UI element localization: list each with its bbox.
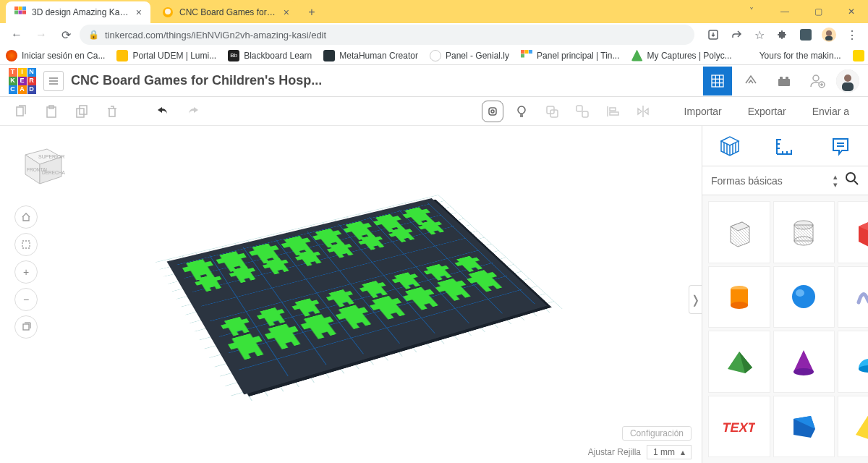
shape-box[interactable] (708, 201, 770, 263)
duplicate-button[interactable] (69, 99, 94, 124)
svg-line-74 (854, 181, 858, 184)
svg-rect-16 (521, 54, 524, 57)
import-button[interactable]: Importar (674, 99, 732, 124)
svg-point-88 (792, 285, 815, 308)
tab-title: CNC Board Games for Children's (179, 7, 278, 17)
shape-text[interactable]: TEXT (708, 396, 770, 458)
board-object[interactable] (167, 198, 547, 394)
svg-rect-20 (712, 75, 723, 87)
bookmark-item[interactable]: Portal UDEM | Lumi... (116, 50, 216, 61)
close-icon[interactable]: ✕ (835, 0, 868, 23)
svg-rect-12 (825, 36, 833, 41)
bookmark-item[interactable]: Yours for the makin... (744, 50, 841, 61)
svg-rect-1 (19, 7, 22, 10)
browser-chrome: 3D design Amazing Kasi | Tinkerc × CNC B… (0, 0, 868, 65)
copy-button[interactable] (9, 99, 33, 124)
grid-label: Ajustar Rejilla (588, 447, 641, 457)
svg-point-28 (813, 75, 819, 81)
shape-box-red[interactable] (838, 201, 868, 263)
shape-sphere[interactable] (773, 266, 835, 328)
bookmark-item[interactable]: Iniciar sesión en Ca... (6, 50, 105, 61)
canvas-3d[interactable]: SUPERIOR FRONTAL DERECHA + − (0, 126, 702, 463)
collapse-panel-button[interactable]: ❭ (689, 285, 702, 314)
bookmark-item[interactable]: BbBlackboard Learn (228, 50, 312, 61)
browser-tab-active[interactable]: 3D design Amazing Kasi | Tinkerc × (6, 1, 150, 23)
share-icon[interactable] (726, 25, 746, 45)
maximize-icon[interactable]: ▢ (801, 0, 835, 23)
svg-rect-15 (529, 50, 532, 54)
bookmark-icon (631, 50, 643, 61)
shape-cylinder-orange[interactable] (708, 266, 770, 328)
minimize-icon[interactable]: — (768, 0, 801, 23)
view-3d-button[interactable] (703, 67, 732, 95)
invite-icon[interactable] (803, 67, 832, 95)
search-icon[interactable] (845, 171, 859, 190)
svg-point-93 (793, 368, 814, 375)
browser-tab[interactable]: CNC Board Games for Children's × (153, 1, 298, 23)
toolbar: Importar Exportar Enviar a (0, 97, 868, 126)
svg-point-7 (165, 9, 171, 14)
tab-close-icon[interactable]: × (284, 7, 289, 18)
bookmark-item[interactable]: Panel principal | Tin... (521, 50, 620, 61)
bookmark-icon (323, 50, 335, 61)
install-icon[interactable] (703, 25, 723, 45)
svg-rect-25 (778, 79, 790, 86)
svg-rect-34 (842, 82, 854, 91)
shape-scribble[interactable] (838, 266, 868, 328)
undo-button[interactable] (150, 99, 175, 124)
shape-pyramid-yellow[interactable] (838, 396, 868, 458)
shape-halfsphere[interactable] (838, 331, 868, 393)
extensions-icon[interactable] (773, 25, 793, 45)
tinkercad-logo[interactable]: TIN KER CAD (9, 68, 36, 94)
export-button[interactable]: Exportar (738, 99, 796, 124)
redo-button[interactable] (181, 99, 205, 124)
bookmark-item[interactable]: MetaHuman Creator (323, 50, 418, 61)
bookmark-icon (430, 50, 441, 61)
shape-roof-green[interactable] (708, 331, 770, 393)
blocks-button[interactable] (736, 67, 765, 95)
svg-rect-14 (525, 50, 529, 54)
svg-rect-0 (14, 7, 18, 10)
shapes-category-select[interactable]: Formas básicas ▴▾ (702, 166, 868, 195)
bookmark-item[interactable]: My Captures | Polyc... (631, 50, 732, 61)
ungroup-button[interactable] (570, 99, 595, 124)
favicon-instructables (162, 7, 174, 18)
shape-cone-purple[interactable] (773, 331, 835, 393)
notes-button[interactable] (482, 101, 503, 122)
workplane-tab[interactable] (715, 132, 744, 161)
chevron-down-icon[interactable]: ˅ (735, 0, 768, 23)
user-avatar[interactable] (836, 69, 859, 93)
align-button[interactable] (600, 99, 625, 124)
send-to-button[interactable]: Enviar a (802, 99, 859, 124)
group-button[interactable] (540, 99, 564, 124)
profile-avatar[interactable] (819, 25, 839, 45)
address-bar[interactable]: 🔒 tinkercad.com/things/iEhNViGn2vh-amazi… (80, 25, 694, 45)
lock-icon: 🔒 (88, 30, 99, 40)
star-icon[interactable]: ☆ (749, 25, 770, 45)
scene (0, 126, 702, 463)
design-list-icon[interactable] (43, 71, 64, 91)
shape-cylinder-hole[interactable] (773, 201, 835, 263)
ext-item[interactable] (796, 25, 816, 45)
forward-button[interactable]: → (30, 24, 52, 46)
config-button[interactable]: Configuración (622, 426, 692, 441)
reload-button[interactable]: ⟳ (55, 24, 77, 46)
bookmark-item[interactable]: Miro | Online White... (853, 50, 868, 61)
delete-button[interactable] (100, 99, 124, 124)
back-button[interactable]: ← (6, 24, 27, 46)
grid-size-select[interactable]: 1 mm ▴ (647, 445, 692, 459)
ruler-tab[interactable] (770, 132, 799, 161)
menu-icon[interactable]: ⋮ (842, 25, 862, 45)
new-tab-button[interactable]: + (301, 1, 323, 23)
bricks-button[interactable] (770, 67, 799, 95)
paste-button[interactable] (39, 99, 64, 124)
notes-tab[interactable] (826, 132, 855, 161)
bookmark-item[interactable]: Panel - Genial.ly (430, 50, 509, 61)
bulb-button[interactable] (509, 99, 534, 124)
document-title[interactable]: CNC Board Games for Children's Hosp... (71, 73, 322, 88)
tab-close-icon[interactable]: × (136, 7, 142, 18)
shapes-panel: Formas básicas ▴▾ TEXT (702, 126, 868, 463)
shape-wedge-blue[interactable] (773, 396, 835, 458)
tab-title: 3D design Amazing Kasi | Tinkerc (32, 7, 130, 17)
mirror-button[interactable] (631, 99, 655, 124)
